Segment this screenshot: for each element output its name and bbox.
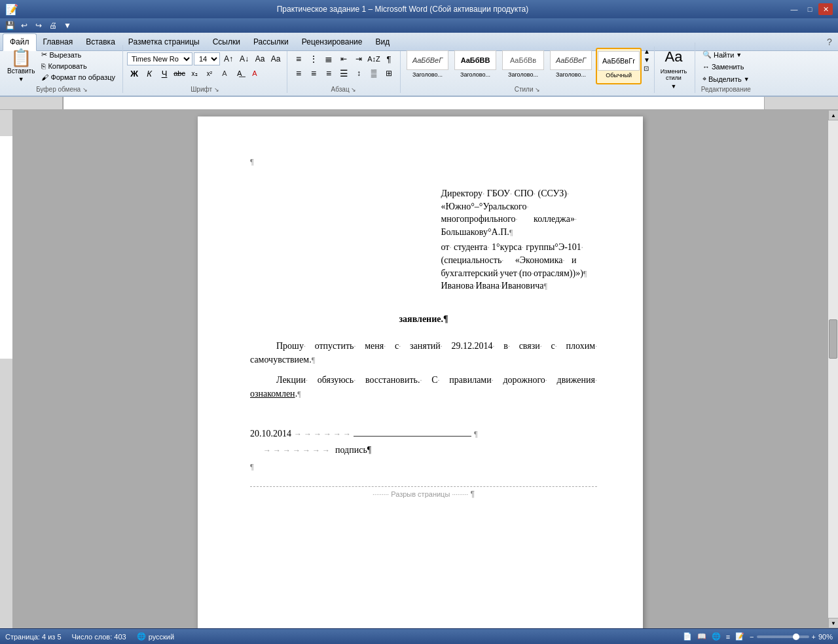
font-family-select[interactable]: Times New Ro — [127, 52, 192, 65]
address-line-6: (специальность· «Экономика· и — [441, 254, 598, 267]
view-mode-print[interactable]: 📄 — [683, 632, 692, 641]
justify-button[interactable]: ☰ — [337, 67, 351, 80]
change-styles-button[interactable]: Aa Изменить стили ▼ — [659, 44, 689, 92]
zoom-decrease-button[interactable]: − — [750, 633, 754, 641]
change-styles-icon: Aa — [663, 46, 684, 67]
change-styles-dropdown[interactable]: ▼ — [670, 83, 676, 90]
style-h2-preview: АаБбВВ — [454, 50, 496, 70]
select-button[interactable]: ⌖ Выделить ▼ — [699, 73, 753, 84]
style-normal-preview: АаБбВвГг — [598, 51, 640, 71]
clipboard-expand[interactable]: ↘ — [82, 86, 88, 93]
scroll-thumb[interactable] — [829, 319, 837, 359]
font-color-button[interactable]: A — [247, 67, 262, 80]
pilcrow-button[interactable]: ¶ — [382, 52, 396, 65]
view-mode-outline[interactable]: ≡ — [726, 633, 730, 641]
strikethrough-button[interactable]: abc — [172, 67, 187, 80]
line-spacing-button[interactable]: ↕ — [352, 67, 366, 80]
increase-indent-button[interactable]: ⇥ — [352, 52, 366, 65]
menu-view[interactable]: Вид — [369, 33, 396, 50]
minimize-button[interactable]: — — [787, 3, 801, 15]
styles-expand[interactable]: ⊡ — [644, 65, 650, 72]
document-title: заявление.¶ — [250, 312, 597, 326]
address-line-1: Директору· ГБОУ· СПО· (ССУЗ)· — [441, 187, 598, 200]
paste-button[interactable]: 📋 Вставить ▼ — [5, 46, 37, 84]
qa-save[interactable]: 💾 — [4, 20, 16, 31]
bullets-button[interactable]: ≡ — [291, 52, 306, 65]
increase-font-button[interactable]: A↑ — [221, 52, 236, 65]
maximize-button[interactable]: □ — [803, 3, 817, 15]
multilevel-button[interactable]: ≣ — [321, 52, 336, 65]
view-mode-draft[interactable]: 📝 — [735, 632, 744, 641]
change-case-button[interactable]: Аа — [268, 52, 283, 65]
styles-scroll-up[interactable]: ▲ — [644, 48, 650, 55]
date-value: 20.10.2014 — [250, 427, 291, 440]
style-h3-button[interactable]: АаБбВв Заголово... — [500, 48, 546, 84]
menu-refs[interactable]: Ссылки — [206, 33, 247, 50]
zoom-increase-button[interactable]: + — [812, 633, 816, 641]
borders-button[interactable]: ⊞ — [382, 67, 396, 80]
underline-button[interactable]: Ч — [157, 67, 172, 80]
style-h2-button[interactable]: АаБбВВ Заголово... — [452, 48, 498, 84]
word-icon: 📝 — [5, 3, 18, 16]
view-mode-web[interactable]: 🌐 — [712, 632, 721, 641]
style-normal-button[interactable]: АаБбВвГг Обычный — [596, 48, 642, 84]
body-paragraph-1: Прошу· отпустить· меня· с· занятий· 29.1… — [250, 339, 597, 367]
zoom-slider[interactable] — [757, 635, 809, 638]
menu-layout[interactable]: Разметка страницы — [122, 33, 206, 50]
find-button[interactable]: 🔍 Найти ▼ — [699, 49, 745, 60]
close-button[interactable]: ✕ — [818, 3, 833, 15]
copy-button[interactable]: ⎘ Копировать — [38, 61, 118, 71]
qa-redo[interactable]: ↪ — [33, 20, 45, 31]
qa-print[interactable]: 🖨 — [47, 20, 59, 31]
page-break: ········· Разрыв страницы ········· ¶ — [250, 486, 597, 500]
paragraph-expand[interactable]: ↘ — [351, 86, 356, 93]
clear-format-button[interactable]: Aa — [253, 52, 267, 65]
align-right-button[interactable]: ≡ — [321, 67, 336, 80]
styles-scroll-down[interactable]: ▼ — [644, 56, 650, 63]
format-paint-button[interactable]: 🖌 Формат по образцу — [38, 72, 118, 82]
style-h4-button[interactable]: АаБбВеГ Заголово... — [548, 48, 594, 84]
font-expand[interactable]: ↘ — [214, 86, 219, 93]
text-effects-button[interactable]: A — [217, 67, 232, 80]
style-h3-label: Заголово... — [508, 71, 538, 78]
scroll-down-button[interactable]: ▼ — [828, 618, 838, 628]
shading-button[interactable]: ▒ — [367, 67, 381, 80]
numbering-button[interactable]: ⋮ — [306, 52, 321, 65]
italic-button[interactable]: К — [142, 67, 156, 80]
font-size-select[interactable]: 14 — [194, 52, 220, 65]
quick-access-toolbar: 💾 ↩ ↪ 🖨 ▼ — [0, 18, 838, 33]
replace-button[interactable]: ↔ Заменить — [699, 62, 747, 72]
decrease-indent-button[interactable]: ⇤ — [337, 52, 351, 65]
qa-dropdown[interactable]: ▼ — [62, 20, 73, 31]
subscript-button[interactable]: x₂ — [187, 67, 202, 80]
align-left-button[interactable]: ≡ — [291, 67, 306, 80]
language-indicator[interactable]: 🌐 русский — [137, 632, 174, 641]
cut-button[interactable]: ✂ Вырезать — [38, 49, 118, 60]
change-styles-label: Изменить стили — [661, 69, 687, 82]
bold-button[interactable]: Ж — [127, 67, 141, 80]
body-paragraph-2: Лекции· обязуюсь· восстановить.· С· прав… — [250, 373, 597, 401]
menu-mail[interactable]: Рассылки — [247, 33, 295, 50]
superscript-button[interactable]: x² — [202, 67, 217, 80]
style-h1-button[interactable]: АаБбВеГ Заголово... — [405, 48, 450, 84]
sort-button[interactable]: A↕Z — [367, 52, 381, 65]
vertical-scrollbar: ▲ ▼ — [828, 110, 838, 628]
scroll-up-button[interactable]: ▲ — [828, 110, 838, 120]
paste-dropdown[interactable]: ▼ — [18, 76, 24, 82]
help-button[interactable]: ? — [824, 36, 835, 48]
cut-icon: ✂ — [41, 50, 47, 59]
paragraph-label: Абзац ↘ — [291, 84, 396, 93]
document-area[interactable]: ¶ Директору· ГБОУ· СПО· (ССУЗ)· «Южно°–°… — [13, 110, 828, 628]
scroll-track[interactable] — [828, 120, 838, 618]
view-mode-full[interactable]: 📖 — [697, 632, 706, 641]
style-h1-preview: АаБбВеГ — [407, 50, 448, 70]
qa-undo[interactable]: ↩ — [18, 20, 30, 31]
change-styles-group: Aa Изменить стили ▼ — [656, 43, 695, 93]
styles-expand-btn[interactable]: ↘ — [535, 86, 540, 93]
style-h2-label: Заголово... — [460, 71, 490, 78]
text-highlight-button[interactable]: A͟ — [232, 67, 247, 80]
decrease-font-button[interactable]: A↓ — [237, 52, 251, 65]
font-label: Шрифт ↘ — [127, 84, 283, 93]
align-center-button[interactable]: ≡ — [306, 67, 321, 80]
menu-review[interactable]: Рецензирование — [295, 33, 369, 50]
